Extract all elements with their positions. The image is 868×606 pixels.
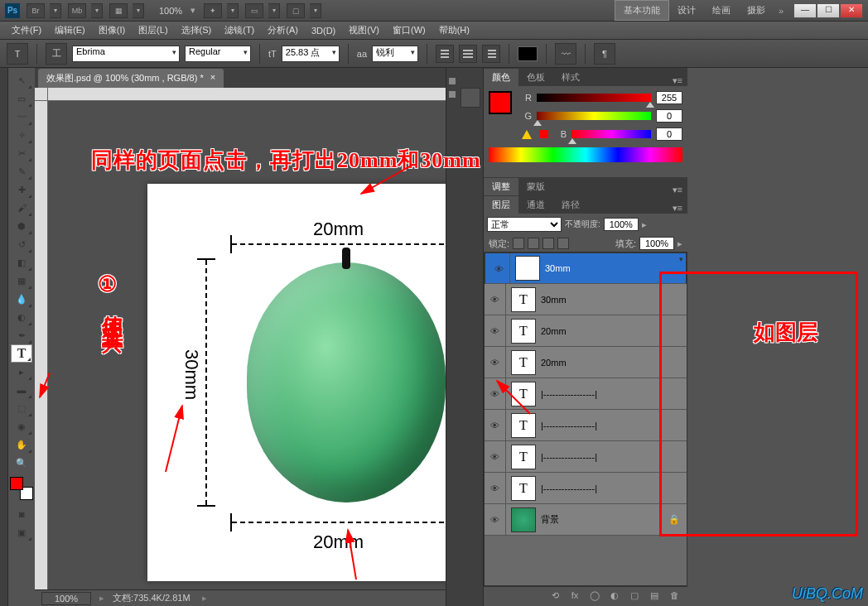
layer-thumbnail[interactable]: T [511,413,536,438]
menu-file[interactable]: 文件(F) [5,24,48,36]
screen-icon[interactable]: ▢ [287,3,305,18]
layer-thumbnail[interactable]: T [511,382,536,406]
zoom-dropdown-icon[interactable]: ▾ [190,5,195,16]
gamut-warning-icon[interactable] [522,130,532,139]
text-tool[interactable]: T [11,344,32,363]
collapsed-panel-column[interactable] [457,68,484,606]
tool-preset-icon[interactable]: T [7,43,28,65]
tab-color[interactable]: 颜色 [484,69,518,86]
opacity-dropdown-icon[interactable]: ▸ [642,219,647,230]
layer-row[interactable]: 👁T20mm [485,315,687,347]
document-tab[interactable]: 效果图.psd @ 100% (30mm , RGB/8) * × [38,69,224,88]
menu-window[interactable]: 窗口(W) [386,24,432,36]
bridge-dropdown[interactable]: ▾ [50,3,61,18]
tab-channels[interactable]: 通道 [518,196,553,214]
adjustment-icon[interactable]: ◐ [608,590,621,604]
eyedropper-tool[interactable]: ✎ [11,162,32,180]
screenmode-tool[interactable]: ▣ [11,523,32,541]
3d-tool[interactable]: ⬚ [11,399,32,417]
pen-tool[interactable]: ✒ [11,326,32,344]
fill-input[interactable] [639,237,674,250]
lock-position-icon[interactable] [542,238,554,249]
font-weight-select[interactable]: Regular [185,46,251,62]
warp-text-icon[interactable]: 〰 [555,43,576,65]
minibridge-dropdown[interactable]: ▾ [91,3,103,18]
tab-styles[interactable]: 样式 [553,69,588,86]
layer-row[interactable]: 👁T30mm [485,284,687,315]
font-family-select[interactable]: Ebrima [72,46,180,62]
layer-name[interactable]: 30mm [545,263,671,273]
workspace-design[interactable]: 设计 [669,1,704,20]
close-button[interactable]: ✕ [840,3,863,18]
lock-all-icon[interactable] [557,238,569,249]
menu-view[interactable]: 视图(V) [342,24,386,36]
stamp-tool[interactable]: ⬢ [11,217,32,235]
status-dropdown-icon[interactable]: ▸ [202,593,207,604]
panel-menu-icon[interactable]: ▾≡ [668,185,687,195]
fx-icon[interactable]: fx [568,590,581,604]
menu-layer[interactable]: 图层(L) [132,24,174,36]
tab-swatches[interactable]: 色板 [518,69,553,86]
layer-list[interactable]: 👁T30mm👁T30mm👁T20mm👁T20mm👁T|-------------… [484,252,687,586]
tab-paths[interactable]: 路径 [553,196,588,214]
panel-menu-icon[interactable]: ▾≡ [668,203,687,214]
hand-tool[interactable]: ✋ [11,435,32,454]
b-slider[interactable] [571,130,651,138]
color-fg-swatch[interactable] [489,91,512,114]
layer-thumbnail[interactable]: T [511,476,536,501]
group-icon[interactable]: ▢ [628,590,641,604]
blend-mode-select[interactable]: 正常 [487,217,562,232]
visibility-icon[interactable]: 👁 [485,347,506,378]
menu-image[interactable]: 图像(I) [92,24,132,36]
arrange-dropdown[interactable]: ▾ [268,3,280,18]
align-right-button[interactable] [482,45,500,63]
quickmask-tool[interactable]: ◙ [11,505,32,523]
workspace-basic[interactable]: 基本功能 [615,0,669,21]
layer-thumbnail[interactable] [511,507,536,532]
zoom-level[interactable]: 100% [159,6,182,16]
visibility-icon[interactable]: 👁 [489,253,510,283]
hand-icon[interactable]: ✦ [204,3,222,18]
dock-strip-right[interactable] [446,68,457,606]
menu-3d[interactable]: 3D(D) [305,26,342,36]
layer-row[interactable]: 👁T|-----------------| [485,378,687,410]
visibility-icon[interactable]: 👁 [485,441,506,472]
layer-name[interactable]: 背景 [541,513,662,526]
canvas[interactable]: 20mm 20mm 30mm 30mm [35,88,446,589]
arrange-icon[interactable]: ▭ [245,3,263,18]
link-layers-icon[interactable]: ⟲ [548,590,562,604]
brush-tool[interactable]: 🖌 [11,199,32,217]
visibility-icon[interactable]: 👁 [485,504,506,535]
r-value[interactable] [656,91,682,104]
ruler-horizontal[interactable] [48,88,446,101]
g-value[interactable] [656,109,682,123]
new-layer-icon[interactable]: ▤ [648,590,661,604]
visibility-icon[interactable]: 👁 [485,473,506,503]
fill-dropdown-icon[interactable]: ▸ [678,238,682,249]
mask-icon[interactable]: ◯ [588,590,601,604]
bridge-icon[interactable]: Br [27,3,45,18]
antialias-select[interactable]: 锐利 [372,46,418,62]
ruler-vertical[interactable] [35,101,48,589]
layer-row[interactable]: 👁T|-----------------| [485,441,687,473]
delete-layer-icon[interactable]: 🗑 [668,590,681,604]
panel-menu-icon[interactable]: ▾≡ [668,75,687,86]
zoom-tool[interactable]: 🔍 [11,454,32,472]
tab-close-icon[interactable]: × [210,72,215,84]
workspace-more-icon[interactable]: » [779,6,784,16]
blur-tool[interactable]: 💧 [11,290,32,308]
menu-filter[interactable]: 滤镜(T) [218,24,261,36]
layer-thumbnail[interactable]: T [515,256,540,281]
menu-select[interactable]: 选择(S) [175,24,219,36]
move-tool[interactable]: ↖ [11,71,32,89]
r-slider[interactable] [537,94,651,102]
wand-tool[interactable]: ✧ [11,126,32,144]
layer-row[interactable]: 👁T|-----------------| [485,473,687,504]
align-center-button[interactable] [459,45,477,63]
hand-dropdown[interactable]: ▾ [227,3,239,18]
tab-adjust[interactable]: 调整 [484,178,518,195]
layer-thumbnail[interactable]: T [511,319,536,344]
marquee-tool[interactable]: ▭ [11,89,32,108]
menu-help[interactable]: 帮助(H) [432,24,476,36]
history-brush-tool[interactable]: ↺ [11,235,32,253]
